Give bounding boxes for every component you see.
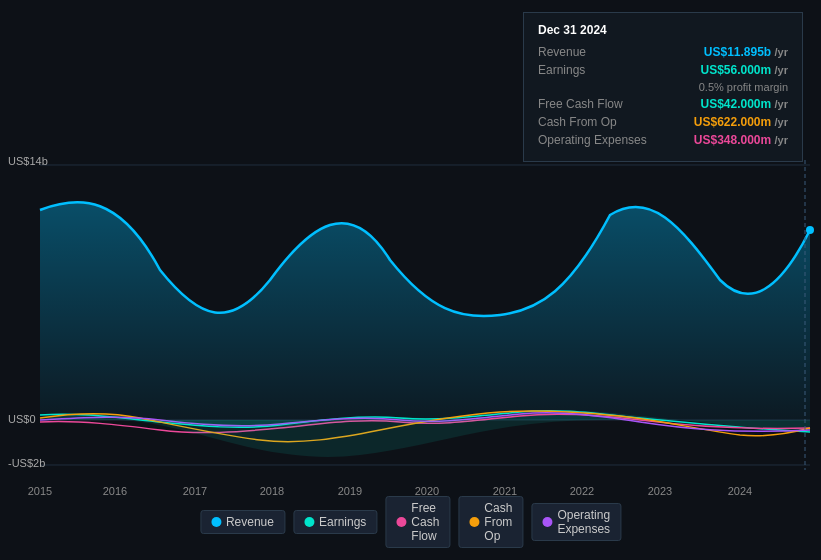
tooltip-value-revenue: US$11.895b /yr <box>704 45 788 59</box>
legend-dot-fcf <box>396 517 406 527</box>
legend-label-fcf: Free Cash Flow <box>411 501 439 543</box>
tooltip-row-cashop: Cash From Op US$622.000m /yr <box>538 115 788 129</box>
tooltip-label-revenue: Revenue <box>538 45 648 59</box>
tooltip-margin-value: 0.5% profit margin <box>699 81 788 93</box>
svg-text:US$0: US$0 <box>8 413 36 425</box>
tooltip-label-opex: Operating Expenses <box>538 133 648 147</box>
tooltip-row-fcf: Free Cash Flow US$42.000m /yr <box>538 97 788 111</box>
tooltip-row-opex: Operating Expenses US$348.000m /yr <box>538 133 788 147</box>
tooltip-label-earnings: Earnings <box>538 63 648 77</box>
legend-dot-opex <box>542 517 552 527</box>
legend-dot-revenue <box>211 517 221 527</box>
legend-dot-cashop <box>469 517 479 527</box>
svg-text:2023: 2023 <box>648 485 672 497</box>
svg-text:2016: 2016 <box>103 485 127 497</box>
legend-label-opex: Operating Expenses <box>557 508 610 536</box>
svg-text:US$14b: US$14b <box>8 155 48 167</box>
legend-item-fcf[interactable]: Free Cash Flow <box>385 496 450 548</box>
svg-text:-US$2b: -US$2b <box>8 457 45 469</box>
legend-item-earnings[interactable]: Earnings <box>293 510 377 534</box>
legend-item-cashop[interactable]: Cash From Op <box>458 496 523 548</box>
legend-label-earnings: Earnings <box>319 515 366 529</box>
tooltip-value-cashop: US$622.000m /yr <box>694 115 788 129</box>
tooltip-value-opex: US$348.000m /yr <box>694 133 788 147</box>
legend-item-revenue[interactable]: Revenue <box>200 510 285 534</box>
tooltip-value-earnings: US$56.000m /yr <box>700 63 788 77</box>
svg-text:2015: 2015 <box>28 485 52 497</box>
legend-label-revenue: Revenue <box>226 515 274 529</box>
tooltip-row-earnings: Earnings US$56.000m /yr <box>538 63 788 77</box>
tooltip-label-cashop: Cash From Op <box>538 115 648 129</box>
legend-dot-earnings <box>304 517 314 527</box>
legend: Revenue Earnings Free Cash Flow Cash Fro… <box>200 496 621 548</box>
tooltip-card: Dec 31 2024 Revenue US$11.895b /yr Earni… <box>523 12 803 162</box>
legend-label-cashop: Cash From Op <box>484 501 512 543</box>
tooltip-row-margin: 0.5% profit margin <box>538 81 788 93</box>
tooltip-row-revenue: Revenue US$11.895b /yr <box>538 45 788 59</box>
tooltip-value-fcf: US$42.000m /yr <box>700 97 788 111</box>
svg-text:2024: 2024 <box>728 485 752 497</box>
svg-point-6 <box>806 226 814 234</box>
tooltip-date: Dec 31 2024 <box>538 23 788 37</box>
legend-item-opex[interactable]: Operating Expenses <box>531 503 621 541</box>
tooltip-label-fcf: Free Cash Flow <box>538 97 648 111</box>
